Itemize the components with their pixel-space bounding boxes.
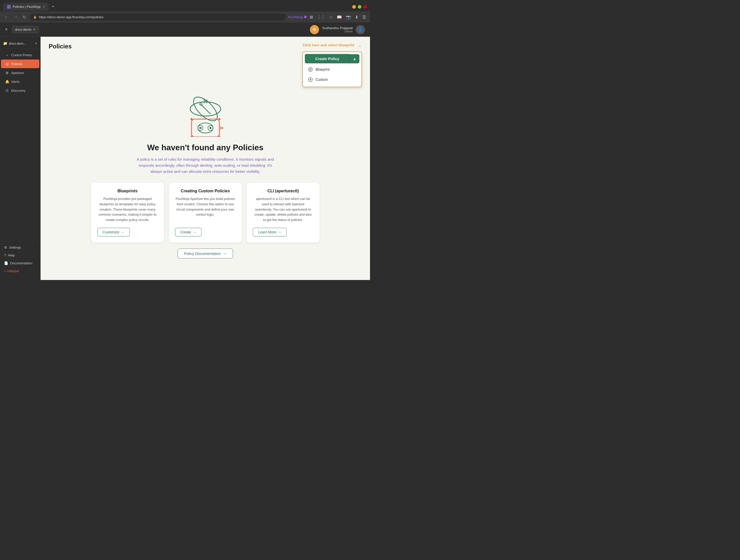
address-bar[interactable]: 🔒 https://docs-demo.app.fluxninja.com/po… — [30, 14, 286, 20]
sidebar-item-help[interactable]: ? Help — [0, 251, 40, 259]
create-label: Create — [180, 230, 191, 234]
download-button[interactable]: ⬇ — [354, 14, 359, 20]
empty-description: A policy is a set of rules for managing … — [134, 156, 276, 175]
menu-button[interactable]: ☰ — [361, 14, 367, 20]
extensions-button[interactable]: ⊞ — [309, 14, 314, 20]
brand-label: FluxNinja — [288, 15, 306, 19]
app-body: 📁 docs-dem... ▼ × Control Points ◎ Polic… — [0, 37, 370, 280]
custom-label: Custom — [315, 78, 328, 82]
user-avatar[interactable]: 👤 — [356, 25, 365, 34]
sidebar-item-settings[interactable]: ⚙ Settings — [0, 243, 40, 251]
settings-icon: ⚙ — [4, 245, 7, 249]
minimize-button[interactable] — [352, 5, 356, 9]
sidebar-item-label: Policies — [11, 62, 22, 66]
collapse-button[interactable]: < collapse — [0, 267, 40, 275]
sidebar-workspace-selector[interactable]: 📁 docs-dem... ▼ — [0, 40, 40, 49]
policy-doc-row: Policy Documentation → — [51, 249, 360, 258]
sidebar-item-label: Discovery — [11, 89, 26, 93]
svg-point-4 — [189, 96, 221, 125]
policy-documentation-button[interactable]: Policy Documentation → — [178, 249, 233, 258]
reader-button[interactable]: 📖 — [336, 14, 343, 20]
workspace-caret-icon: ▼ — [33, 28, 35, 31]
dropdown-item-blueprint[interactable]: Blueprint — [305, 65, 359, 75]
screenshot-button[interactable]: 📷 — [345, 14, 352, 20]
docs-icon: 📄 — [4, 261, 8, 265]
custom-policies-card-title: Creating Custom Policies — [175, 189, 236, 193]
grid-button[interactable]: ⋮⋮ — [316, 14, 326, 20]
docs-label: Documentation — [10, 261, 32, 265]
sidebar: 📁 docs-dem... ▼ × Control Points ◎ Polic… — [0, 37, 40, 280]
refresh-button[interactable]: ↻ — [21, 14, 28, 20]
sidebar-item-policies[interactable]: ◎ Policies — [1, 60, 39, 68]
learn-more-arrow: → — [278, 230, 281, 234]
sidebar-item-label: Aperture — [11, 71, 24, 75]
brand-dot — [304, 16, 306, 18]
cli-card: CLI (aperturectl) aperturectl is a CLI t… — [247, 183, 319, 242]
workspace-selector[interactable]: docs-demo ▼ — [12, 26, 39, 33]
customize-button[interactable]: Customize → — [97, 228, 130, 236]
close-window-button[interactable] — [363, 5, 367, 9]
custom-icon — [308, 77, 313, 82]
maximize-button[interactable] — [358, 5, 361, 9]
blueprints-card-title: Blueprints — [97, 189, 158, 193]
policies-icon: ◎ — [5, 62, 9, 66]
sidebar-item-documentation[interactable]: 📄 Documentation — [0, 259, 40, 267]
aperture-icon: ⊕ — [5, 71, 9, 75]
avatar-icon: 👤 — [358, 27, 363, 32]
blueprints-card-description: FluxNinja provides pre-packaged blueprin… — [97, 196, 158, 223]
learn-more-button[interactable]: Learn More → — [253, 228, 287, 236]
cli-card-title: CLI (aperturectl) — [253, 189, 313, 193]
sidebar-item-label: Alerts — [11, 80, 19, 84]
empty-state: We haven't found any Policies A policy i… — [40, 91, 370, 266]
create-policy-chevron-button[interactable]: ▲ — [350, 54, 359, 63]
svg-point-1 — [310, 69, 311, 70]
main-content: Policies Click here and select Blueprint… — [40, 37, 370, 280]
empty-title: We haven't found any Policies — [51, 143, 360, 152]
tab-title: Policies | FluxNinja — [13, 5, 40, 9]
app-header: × docs-demo ▼ ⚙ Sudhanshu Prajapati Owne… — [0, 22, 370, 37]
create-policy-area: Click here and select Blueprint → Create… — [302, 43, 362, 87]
blueprint-label: Blueprint — [315, 68, 330, 72]
svg-point-0 — [308, 68, 312, 72]
window-controls — [352, 5, 367, 9]
discovery-icon: ⊙ — [5, 89, 9, 93]
arrow-icon: → — [356, 43, 362, 49]
sidebar-item-aperture[interactable]: ⊕ Aperture — [1, 69, 39, 77]
cards-row: Blueprints FluxNinja provides pre-packag… — [91, 183, 319, 242]
header-close-button[interactable]: × — [5, 27, 8, 32]
user-info: Sudhanshu Prajapati Owner — [322, 26, 353, 33]
create-hint-row: Click here and select Blueprint → — [302, 43, 362, 49]
svg-point-14 — [209, 127, 211, 129]
gear-icon: ⚙ — [313, 27, 316, 32]
create-arrow: → — [192, 230, 196, 234]
new-tab-button[interactable]: + — [50, 3, 57, 10]
create-button[interactable]: Create → — [175, 228, 201, 236]
create-policy-button[interactable]: Create Policy — [305, 54, 350, 63]
create-policy-dropdown: Create Policy ▲ Blueprint — [302, 51, 362, 87]
policy-doc-arrow: → — [223, 251, 227, 256]
learn-more-label: Learn More — [258, 230, 276, 234]
forward-button[interactable]: → — [12, 14, 19, 20]
workspace-label: docs-demo — [15, 28, 31, 31]
help-icon: ? — [4, 253, 6, 257]
sidebar-item-alerts[interactable]: 🔔 Alerts — [1, 77, 39, 86]
active-tab[interactable]: Policies | FluxNinja × — [3, 3, 49, 11]
page-title: Policies — [49, 43, 72, 50]
sidebar-item-control-points[interactable]: × Control Points — [1, 51, 39, 59]
sidebar-bottom: ⚙ Settings ? Help 📄 Documentation < coll… — [0, 241, 40, 277]
folder-icon: 📁 — [3, 41, 7, 45]
policy-doc-label: Policy Documentation — [184, 251, 221, 256]
gear-button[interactable]: ⚙ — [310, 25, 319, 34]
sidebar-item-discovery[interactable]: ⊙ Discovery — [1, 86, 39, 95]
tab-close-button[interactable]: × — [43, 5, 44, 9]
cli-card-description: aperturectl is a CLI tool which can be u… — [253, 196, 313, 223]
url-text: https://docs-demo.app.fluxninja.com/poli… — [39, 15, 103, 19]
app-header-right: ⚙ Sudhanshu Prajapati Owner 👤 — [310, 25, 365, 34]
back-button[interactable]: ← — [3, 14, 10, 20]
dropdown-item-custom[interactable]: Custom — [305, 75, 359, 85]
star-button[interactable]: ☆ — [328, 14, 334, 20]
create-policy-menu: Blueprint Custom — [305, 65, 359, 85]
svg-line-5 — [200, 104, 210, 114]
settings-label: Settings — [9, 245, 21, 249]
collapse-label: < collapse — [4, 269, 19, 273]
